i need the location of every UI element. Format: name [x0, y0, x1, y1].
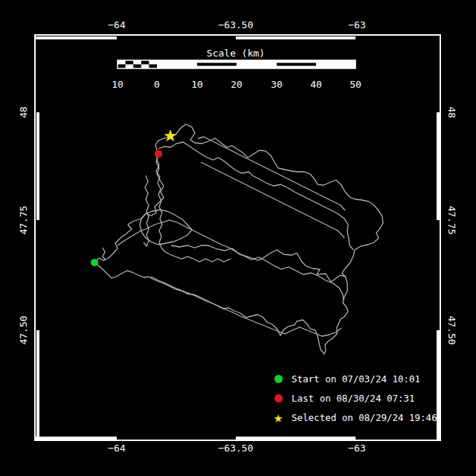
track-map-window: Scale (km) −64−64−63.50−63.50−63−6348484…: [0, 0, 476, 476]
y-tick-label-left: 48: [18, 106, 29, 118]
selected-marker[interactable]: [164, 129, 176, 141]
scale-tick-label: 10: [112, 79, 123, 90]
track-segment: [118, 220, 344, 300]
x-tick-label-top: −64: [108, 19, 125, 30]
track-segment: [94, 124, 383, 354]
scale-bar-title: Scale (km): [207, 48, 265, 59]
gps-track: [94, 124, 383, 354]
track-segment: [151, 277, 341, 336]
map-frame: [35, 35, 440, 440]
x-tick-label-top: −63.50: [219, 19, 254, 30]
x-tick-label-bottom: −64: [108, 443, 125, 454]
scale-tick-label: 10: [191, 79, 203, 90]
scale-tick-label: 20: [231, 79, 242, 90]
map-plot-area[interactable]: [0, 0, 476, 476]
y-tick-label-left: 47.75: [18, 205, 29, 234]
x-tick-label-top: −63: [348, 19, 365, 30]
track-segment: [198, 137, 345, 210]
scale-tick-label: 30: [271, 79, 283, 90]
y-tick-label-right: 47.75: [446, 205, 457, 234]
scale-tick-label: 40: [310, 79, 322, 90]
y-tick-label-right: 47.50: [446, 315, 457, 344]
track-segment: [201, 162, 344, 238]
track-segment: [103, 248, 106, 260]
start-marker[interactable]: [91, 259, 98, 266]
x-tick-label-bottom: −63: [348, 443, 365, 454]
y-tick-label-left: 47.50: [18, 315, 29, 344]
scale-bar: [118, 60, 356, 68]
x-tick-label-bottom: −63.50: [219, 443, 254, 454]
track-segment: [156, 154, 231, 262]
y-tick-label-right: 48: [446, 106, 457, 118]
track-segment: [158, 142, 353, 250]
scale-tick-label: 50: [350, 79, 361, 90]
last-marker[interactable]: [155, 150, 162, 158]
scale-tick-label: 0: [154, 79, 160, 90]
